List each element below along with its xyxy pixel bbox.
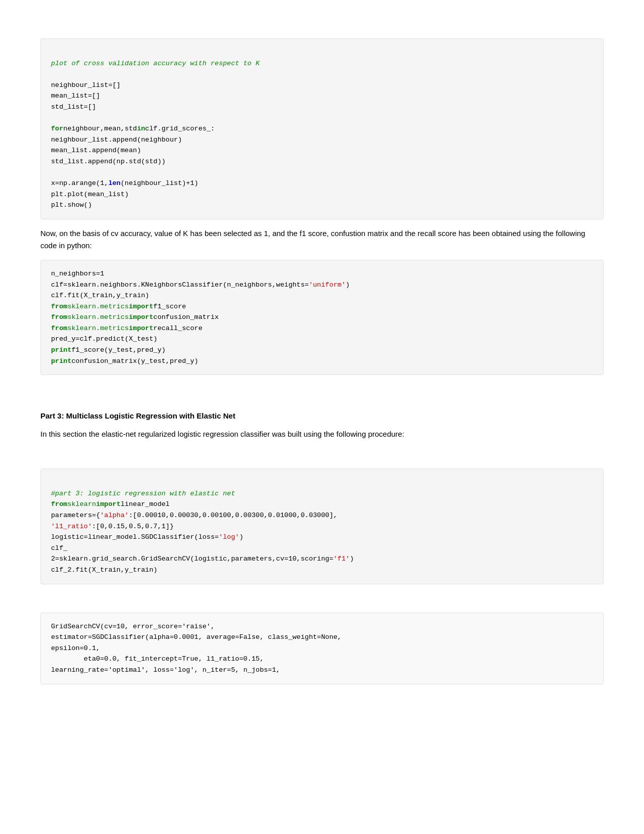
code-block-3: #part 3: logistic regression with elasti…: [40, 469, 604, 584]
keyword-from2: from: [51, 313, 67, 321]
builtin-len: len: [108, 179, 120, 187]
part3-prose: In this section the elastic-net regulari…: [40, 428, 604, 440]
module-sklearn-metrics3: sklearn.metrics: [67, 325, 129, 332]
keyword-in: in: [137, 125, 145, 132]
string-uniform: 'uniform': [309, 281, 345, 289]
prose-1: Now, on the basis of cv accuracy, value …: [40, 227, 604, 252]
part3-heading: Part 3: Multiclass Logistic Regression w…: [40, 411, 604, 420]
keyword-import3: import: [129, 325, 154, 332]
code-block-1: plot of cross validation accuracy with r…: [40, 38, 604, 219]
module-sklearn2: sklearn: [67, 500, 96, 508]
code-comment: plot of cross validation accuracy with r…: [51, 60, 260, 67]
keyword-from1: from: [51, 303, 67, 310]
keyword-import1: import: [129, 303, 154, 310]
keyword-print2: print: [51, 357, 72, 365]
keyword-for: for: [51, 125, 63, 132]
string-alpha: 'alpha': [100, 512, 129, 519]
keyword-from4: from: [51, 500, 67, 508]
string-f1: 'f1': [333, 555, 350, 563]
keyword-import4: import: [96, 500, 121, 508]
code-block-2: n_neighbors=1 clf=sklearn.neighbors.KNei…: [40, 260, 604, 375]
keyword-print1: print: [51, 346, 72, 354]
keyword-from3: from: [51, 325, 67, 332]
keyword-import2: import: [129, 313, 154, 321]
string-log: 'log': [219, 533, 239, 541]
module-sklearn-metrics2: sklearn.metrics: [67, 313, 129, 321]
output-block: GridSearchCV(cv=10, error_score='raise',…: [40, 613, 604, 684]
code-comment-part3: #part 3: logistic regression with elasti…: [51, 490, 235, 497]
module-sklearn-metrics: sklearn.metrics: [67, 303, 129, 310]
string-l1ratio: 'l1_ratio': [51, 523, 92, 530]
